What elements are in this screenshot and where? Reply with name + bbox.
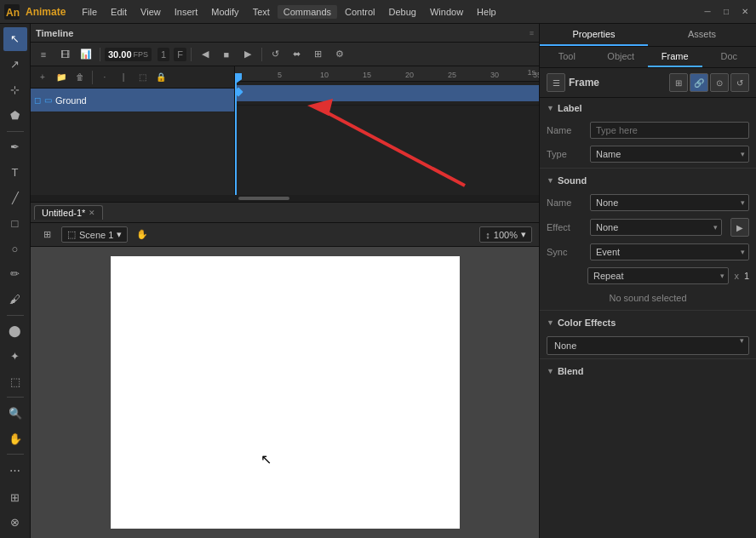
- onion-skin[interactable]: ⊗: [3, 511, 27, 535]
- line-tool[interactable]: ╱: [3, 186, 27, 209]
- paint-bucket-tool[interactable]: ⬤: [3, 319, 27, 343]
- stage-btn-align[interactable]: ⊞: [37, 226, 56, 244]
- layer-opt4[interactable]: 🔒: [152, 69, 169, 86]
- pencil-tool[interactable]: ✏: [3, 262, 27, 286]
- frame-mark-15: 15: [363, 71, 371, 79]
- select-tool[interactable]: ↖: [3, 27, 27, 51]
- tab-assets[interactable]: Assets: [648, 24, 756, 46]
- color-effects-select[interactable]: None: [547, 336, 749, 355]
- tab-frame[interactable]: Frame: [648, 47, 702, 67]
- sound-section: ▼ Sound Name None ▾ Effect: [540, 170, 756, 311]
- menu-help[interactable]: Help: [471, 5, 502, 19]
- oval-tool[interactable]: ○: [3, 237, 27, 260]
- menu-control[interactable]: Control: [339, 5, 381, 19]
- label-arrow: ▼: [547, 104, 554, 112]
- frames-area: 5 10 15 20 25 30 35 1s: [235, 66, 539, 195]
- frame-label: F: [174, 48, 186, 61]
- tab-object[interactable]: Object: [594, 47, 649, 67]
- sound-sync-select[interactable]: Event: [590, 243, 749, 260]
- hand-tool[interactable]: ✋: [3, 426, 27, 450]
- pen-tool[interactable]: ✒: [3, 135, 27, 159]
- maximize-button[interactable]: □: [719, 4, 734, 20]
- brush-tool[interactable]: 🖌: [3, 288, 27, 312]
- text-tool[interactable]: T: [3, 160, 27, 184]
- tab-tool[interactable]: Tool: [540, 47, 594, 67]
- menu-window[interactable]: Window: [424, 5, 469, 19]
- camera-tool[interactable]: ⊞: [3, 485, 27, 509]
- sound-effect-select-wrapper: None ▾: [590, 219, 722, 236]
- stage-btn-hand[interactable]: ✋: [133, 226, 152, 244]
- sound-name-select[interactable]: None: [590, 194, 749, 211]
- tab-doc[interactable]: Doc: [702, 47, 757, 67]
- content-area: Timeline ≡ ≡ 🎞 📊 30.00 FPS 1 F ◀ ■ ▶: [31, 24, 539, 538]
- prev-keyframe[interactable]: ◀: [196, 45, 215, 64]
- frame-mark-30: 30: [490, 71, 499, 79]
- label-name-input[interactable]: [590, 122, 749, 139]
- sound-sync-label: Sync: [547, 247, 585, 257]
- menu-edit[interactable]: Edit: [105, 5, 133, 19]
- menu-view[interactable]: View: [135, 5, 167, 19]
- timeline-scrollbar[interactable]: [31, 195, 539, 202]
- add-motion-tween[interactable]: 🎞: [55, 45, 74, 64]
- blend-section-header[interactable]: ▼ Blend: [540, 361, 756, 381]
- blend-arrow: ▼: [547, 367, 554, 375]
- add-shape-tween[interactable]: 📊: [77, 45, 95, 64]
- sound-play-btn[interactable]: ▶: [730, 218, 749, 237]
- scene-chevron: ▾: [117, 229, 122, 240]
- eyedropper-tool[interactable]: ✦: [3, 345, 27, 369]
- blend-section-title: Blend: [558, 366, 584, 376]
- tab-properties[interactable]: Properties: [540, 24, 648, 46]
- menu-debug[interactable]: Debug: [383, 5, 422, 19]
- timeline-collapse[interactable]: ≡: [530, 29, 534, 37]
- new-layer-btn[interactable]: ≡: [34, 45, 53, 64]
- zoom-tool[interactable]: 🔍: [3, 401, 27, 425]
- layer-opt2[interactable]: |: [115, 69, 132, 86]
- subselect-tool[interactable]: ↗: [3, 53, 27, 77]
- frame-btn-2[interactable]: 🔗: [690, 73, 708, 92]
- settings-btn[interactable]: ⚙: [330, 45, 349, 64]
- scene-selector[interactable]: ⬚ Scene 1 ▾: [61, 226, 128, 243]
- stage-canvas[interactable]: [111, 256, 460, 529]
- sound-repeat-select[interactable]: Repeat: [587, 267, 729, 284]
- tl-sep-2: [191, 48, 192, 61]
- color-effects-header[interactable]: ▼ Color Effects: [540, 312, 756, 333]
- menu-insert[interactable]: Insert: [169, 5, 204, 19]
- ground-layer[interactable]: ◻ ▭ Ground: [31, 89, 234, 112]
- delete-layer-btn[interactable]: 🗑: [72, 69, 89, 86]
- frame-refresh-btn[interactable]: ↺: [730, 73, 749, 92]
- resize-btn[interactable]: ⊞: [309, 45, 328, 64]
- layer-opt3[interactable]: ⬚: [134, 69, 151, 86]
- stop-btn[interactable]: ■: [217, 45, 236, 64]
- close-button[interactable]: ✕: [737, 4, 753, 20]
- frame-btn-1[interactable]: ⊞: [669, 73, 688, 92]
- label-name-row: Name: [540, 118, 756, 142]
- free-transform-tool[interactable]: ⊹: [3, 78, 27, 102]
- lasso-tool[interactable]: ⬟: [3, 104, 27, 128]
- sound-effect-select[interactable]: None: [590, 219, 722, 236]
- layer-opt1[interactable]: ·: [96, 69, 113, 86]
- color-effects-divider: [540, 358, 756, 359]
- label-type-select[interactable]: Name: [590, 146, 749, 163]
- stage-tab-untitled[interactable]: Untitled-1* ✕: [34, 205, 103, 220]
- add-folder-btn[interactable]: 📁: [53, 69, 70, 86]
- menu-modify[interactable]: Modify: [205, 5, 244, 19]
- zoom-selector[interactable]: ↕ 100% ▾: [479, 226, 532, 243]
- menu-text[interactable]: Text: [247, 5, 276, 19]
- loop-btn[interactable]: ↺: [266, 45, 285, 64]
- menu-file[interactable]: File: [76, 5, 103, 19]
- label-section-header[interactable]: ▼ Label: [540, 98, 756, 118]
- rect-tool[interactable]: □: [3, 211, 27, 235]
- close-tab-icon[interactable]: ✕: [89, 209, 95, 217]
- frame-btn-3[interactable]: ⊙: [710, 73, 729, 92]
- eraser-tool[interactable]: ⬚: [3, 370, 27, 394]
- color-effects-arrow: ▼: [547, 318, 554, 327]
- frame-section-header: ☰ Frame ⊞ 🔗 ⊙ ↺: [540, 68, 756, 98]
- sound-section-header[interactable]: ▼ Sound: [540, 170, 756, 191]
- minimize-button[interactable]: ─: [700, 4, 715, 20]
- more-tools[interactable]: ⋯: [3, 458, 27, 482]
- add-layer-btn[interactable]: +: [34, 69, 51, 86]
- next-keyframe[interactable]: ▶: [238, 45, 257, 64]
- menu-commands[interactable]: Commands: [278, 5, 337, 19]
- stretch-btn[interactable]: ⬌: [288, 45, 306, 64]
- scrollbar-thumb[interactable]: [238, 197, 289, 200]
